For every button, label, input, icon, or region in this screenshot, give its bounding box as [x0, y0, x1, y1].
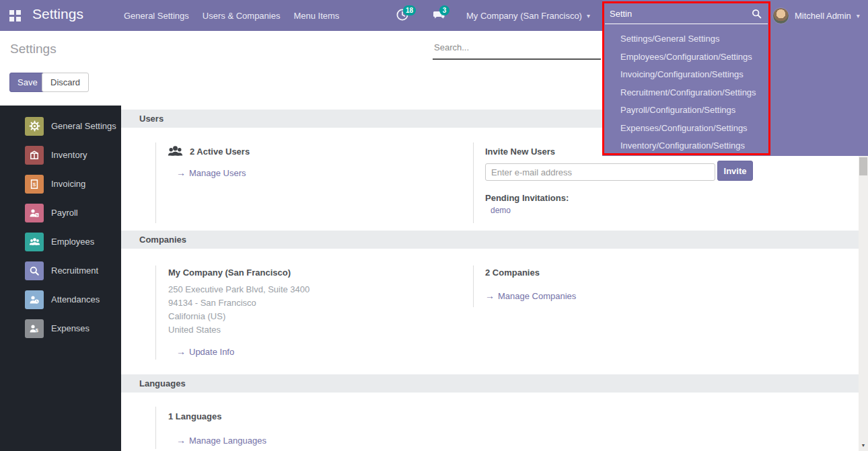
- apps-grid-square: [16, 10, 21, 15]
- scroll-down-arrow[interactable]: ▼: [859, 442, 868, 450]
- sidebar-item-label: General Settings: [51, 121, 116, 131]
- messages-systray[interactable]: 3: [432, 8, 448, 24]
- invoice-icon: $: [25, 175, 44, 194]
- activity-count-badge: 18: [403, 5, 416, 15]
- users-group-icon: [168, 145, 183, 158]
- invite-new-users-label: Invite New Users: [485, 147, 555, 157]
- company-name: My Company (San Francisco): [466, 11, 582, 21]
- app-menu-bar: General Settings Users & Companies Menu …: [124, 0, 339, 31]
- menu-search-result[interactable]: Payroll/Configuration/Settings: [604, 101, 768, 120]
- magnifier-icon: [25, 261, 44, 280]
- address-line: California (US): [168, 310, 310, 323]
- address-line: United States: [168, 323, 310, 337]
- manage-users-link[interactable]: → Manage Users: [176, 167, 246, 178]
- person-clock-icon: [25, 290, 44, 309]
- package-icon: [25, 146, 44, 165]
- chevron-down-icon: ▾: [587, 12, 590, 19]
- manage-users-label: Manage Users: [189, 168, 246, 178]
- sidebar-item-employees[interactable]: Employees: [0, 227, 121, 256]
- save-button[interactable]: Save: [9, 73, 46, 92]
- sidebar-item-label: Employees: [51, 237, 94, 247]
- sidebar-item-general-settings[interactable]: General Settings: [0, 112, 121, 140]
- menu-search-highlight-box: Settings/General Settings Employees/Conf…: [602, 1, 770, 155]
- manage-languages-label: Manage Languages: [189, 436, 266, 446]
- payroll-icon: $: [25, 204, 44, 222]
- sidebar-item-attendances[interactable]: Attendances: [0, 285, 121, 314]
- current-app-title[interactable]: Settings: [32, 6, 83, 22]
- menu-search-result[interactable]: Recruitment/Configuration/Settings: [604, 84, 768, 102]
- company-switcher[interactable]: My Company (San Francisco) ▾: [466, 0, 590, 31]
- company-address: 250 Executive Park Blvd, Suite 3400 9413…: [168, 283, 310, 337]
- pending-invitations-label: Pending Invitations:: [485, 193, 569, 203]
- update-info-label: Update Info: [189, 347, 234, 357]
- active-users-box: [155, 142, 156, 223]
- discard-button[interactable]: Discard: [42, 73, 89, 92]
- user-name: Mitchell Admin: [795, 11, 851, 21]
- invite-users-box: [473, 142, 474, 223]
- companies-count-box: [473, 265, 474, 307]
- apps-grid-square: [16, 17, 21, 22]
- scrollbar-thumb[interactable]: [859, 157, 867, 175]
- activity-systray[interactable]: 18: [396, 8, 412, 24]
- sidebar-item-label: Payroll: [51, 208, 78, 218]
- sidebar-item-recruitment[interactable]: Recruitment: [0, 256, 121, 285]
- menu-general-settings[interactable]: General Settings: [124, 8, 189, 24]
- svg-text:$: $: [36, 327, 38, 333]
- active-users-count: 2 Active Users: [190, 147, 250, 157]
- odoo-settings-screen: Settings General Settings Users & Compan…: [0, 0, 868, 451]
- search-icon: [752, 9, 762, 19]
- vertical-scrollbar[interactable]: ▼: [859, 156, 868, 451]
- company-name: My Company (San Francisco): [168, 268, 291, 278]
- companies-section-title: Companies: [121, 231, 859, 249]
- sidebar-item-expenses[interactable]: $ Expenses: [0, 314, 121, 343]
- manage-languages-link[interactable]: → Manage Languages: [176, 435, 266, 446]
- pending-invitation-user[interactable]: demo: [491, 206, 511, 215]
- sidebar-item-invoicing[interactable]: $ Invoicing: [0, 169, 121, 198]
- record-search: [433, 40, 601, 60]
- company-info-box: [155, 265, 156, 360]
- menu-search-result[interactable]: Invoicing/Configuration/Settings: [604, 66, 768, 84]
- avatar: [772, 7, 789, 24]
- sidebar-item-label: Inventory: [51, 150, 87, 160]
- svg-text:$: $: [33, 181, 36, 187]
- menu-search-results: Settings/General Settings Employees/Conf…: [604, 24, 768, 155]
- arrow-right-icon: →: [176, 346, 186, 357]
- menu-users-companies[interactable]: Users & Companies: [203, 8, 281, 24]
- sidebar-item-label: Attendances: [51, 294, 100, 304]
- apps-menu-icon[interactable]: [9, 10, 21, 22]
- person-dollar-icon: $: [25, 319, 44, 338]
- user-menu[interactable]: Mitchell Admin ▾: [772, 0, 860, 31]
- menu-search-result[interactable]: Employees/Configuration/Settings: [604, 48, 768, 67]
- apps-grid-square: [9, 10, 14, 15]
- update-info-link[interactable]: → Update Info: [176, 346, 234, 357]
- invite-email-field[interactable]: [485, 163, 715, 181]
- companies-count: 2 Companies: [485, 268, 540, 278]
- search-input[interactable]: [433, 40, 601, 52]
- menu-search-input[interactable]: [605, 9, 752, 19]
- chevron-down-icon: ▾: [857, 12, 860, 19]
- sidebar-item-label: Expenses: [51, 323, 89, 333]
- menu-search-result[interactable]: Inventory/Configuration/Settings: [604, 137, 768, 155]
- languages-section-band: Languages: [121, 374, 859, 393]
- manage-companies-link[interactable]: → Manage Companies: [485, 290, 576, 301]
- languages-count: 1 Languages: [168, 411, 221, 421]
- message-count-badge: 3: [439, 5, 449, 15]
- menu-menu-items[interactable]: Menu Items: [293, 8, 339, 24]
- invite-button[interactable]: Invite: [717, 161, 753, 181]
- companies-section-band: Companies: [121, 231, 859, 249]
- apps-grid-square: [9, 17, 14, 22]
- menu-search-row: [605, 3, 768, 24]
- languages-box: [155, 407, 156, 449]
- address-line: 250 Executive Park Blvd, Suite 3400: [168, 283, 310, 296]
- menu-search-result[interactable]: Expenses/Configuration/Settings: [604, 120, 768, 138]
- sidebar-item-inventory[interactable]: Inventory: [0, 140, 121, 169]
- menu-search-result[interactable]: Settings/General Settings: [604, 30, 768, 48]
- arrow-right-icon: →: [485, 290, 495, 301]
- manage-companies-label: Manage Companies: [498, 291, 576, 301]
- sidebar-item-payroll[interactable]: $ Payroll: [0, 198, 121, 227]
- address-line: 94134 - San Francisco: [168, 296, 310, 310]
- arrow-right-icon: →: [176, 435, 186, 446]
- sidebar-item-label: Invoicing: [51, 179, 85, 189]
- sidebar-item-label: Recruitment: [51, 265, 98, 276]
- svg-text:$: $: [36, 213, 38, 216]
